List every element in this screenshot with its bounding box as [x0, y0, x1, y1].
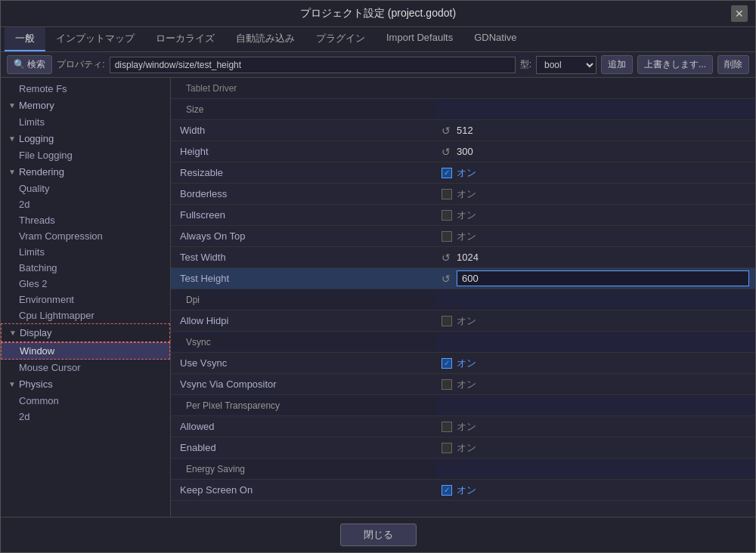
prop-value-always-on-top: オン	[435, 228, 755, 245]
type-label: 型:	[520, 58, 531, 71]
tab-general[interactable]: 一般	[5, 27, 45, 51]
section-value-vsync	[435, 341, 755, 344]
property-path-input[interactable]	[110, 57, 516, 73]
reset-icon-test-width[interactable]: ↺	[442, 252, 451, 264]
checkbox-fullscreen-box[interactable]	[442, 210, 452, 221]
prop-row-borderless: Borderless オン	[171, 184, 755, 205]
checkbox-resizable-box[interactable]	[442, 168, 452, 178]
reset-icon-height[interactable]: ↺	[442, 146, 451, 158]
sidebar-item-limits-2[interactable]: Limits	[1, 244, 170, 260]
sidebar-group-rendering[interactable]: ▼ Rendering	[1, 163, 170, 181]
close-window-button[interactable]: ✕	[731, 5, 748, 22]
delete-button[interactable]: 削除	[717, 55, 749, 74]
checkbox-use-vsync[interactable]: オン	[442, 357, 476, 370]
sidebar-item-2d-rendering[interactable]: 2d	[1, 196, 170, 212]
sidebar-item-file-logging[interactable]: File Logging	[1, 147, 170, 163]
prop-label-test-height: Test Height	[171, 270, 435, 287]
type-select[interactable]: bool int float String	[536, 56, 596, 74]
sidebar-item-quality[interactable]: Quality	[1, 181, 170, 196]
sidebar-group-logging[interactable]: ▼ Logging	[1, 130, 170, 147]
sidebar-group-physics[interactable]: ▼ Physics	[1, 375, 170, 393]
title-bar: プロジェクト設定 (project.godot) ✕	[1, 1, 755, 27]
section-label-vsync: Vsync	[171, 334, 435, 351]
sidebar-item-batching[interactable]: Batching	[1, 260, 170, 276]
tab-import-defaults[interactable]: Import Defaults	[376, 27, 463, 51]
tab-gdnative[interactable]: GDNative	[463, 27, 527, 51]
tab-localize[interactable]: ローカライズ	[145, 27, 225, 51]
sidebar-group-memory[interactable]: ▼ Memory	[1, 97, 170, 114]
test-height-input[interactable]	[457, 270, 749, 286]
checkbox-borderless[interactable]: オン	[442, 187, 476, 201]
checkbox-allowed-box[interactable]	[442, 422, 452, 432]
section-label-dpi: Dpi	[171, 292, 435, 308]
prop-row-allowed: Allowed オン	[171, 416, 755, 437]
property-label: プロパティ:	[57, 58, 104, 71]
prop-row-test-height: Test Height ↺	[171, 268, 755, 289]
prop-label-borderless: Borderless	[171, 185, 435, 202]
overwrite-button[interactable]: 上書きします...	[637, 55, 713, 74]
allowed-on-text: オン	[457, 420, 476, 434]
checkbox-enabled[interactable]: オン	[442, 441, 476, 455]
checkbox-vsync-compositor[interactable]: オン	[442, 378, 476, 391]
reset-icon-test-height[interactable]: ↺	[442, 273, 451, 285]
footer: 閉じる	[1, 517, 755, 552]
checkbox-always-on-top-box[interactable]	[442, 231, 452, 242]
sidebar-item-common[interactable]: Common	[1, 393, 170, 409]
fullscreen-on-text: オン	[457, 209, 476, 222]
checkbox-enabled-box[interactable]	[442, 443, 452, 453]
sidebar-item-vram-compression[interactable]: Vram Compression	[1, 228, 170, 244]
sidebar-item-mouse-cursor[interactable]: Mouse Cursor	[1, 360, 170, 375]
checkbox-allowed[interactable]: オン	[442, 420, 476, 434]
search-button[interactable]: 🔍 検索	[7, 55, 52, 74]
prop-label-test-width: Test Width	[171, 249, 435, 266]
sidebar-item-environment[interactable]: Environment	[1, 292, 170, 307]
checkbox-fullscreen[interactable]: オン	[442, 209, 476, 222]
sidebar-item-cpu-lightmapper[interactable]: Cpu Lightmapper	[1, 307, 170, 323]
sidebar-item-window[interactable]: Window	[1, 342, 170, 360]
checkbox-keep-screen-on[interactable]: オン	[442, 483, 476, 497]
prop-label-allowed: Allowed	[171, 418, 435, 435]
section-label-per-pixel: Per Pixel Transparency	[171, 397, 435, 414]
reset-icon-width[interactable]: ↺	[442, 125, 451, 137]
prop-label-always-on-top: Always On Top	[171, 227, 435, 245]
tab-plugins[interactable]: プラグイン	[305, 27, 376, 51]
checkbox-always-on-top[interactable]: オン	[442, 230, 476, 243]
checkbox-allow-hidpi[interactable]: オン	[442, 314, 476, 328]
prop-row-test-width: Test Width ↺ 1024	[171, 247, 755, 268]
tab-input-map[interactable]: インプットマップ	[45, 27, 145, 51]
prop-value-use-vsync: オン	[435, 355, 755, 372]
checkbox-vsync-compositor-box[interactable]	[442, 379, 452, 390]
sidebar-item-2d-physics[interactable]: 2d	[1, 409, 170, 425]
sidebar-section: Remote Fs ▼ Memory Limits ▼ Logging File…	[1, 78, 170, 428]
width-value: 512	[457, 125, 473, 136]
prop-label-allow-hidpi: Allow Hidpi	[171, 312, 435, 329]
prop-row-vsync-compositor: Vsync Via Compositor オン	[171, 374, 755, 395]
prop-label-use-vsync: Use Vsync	[171, 354, 435, 372]
checkbox-allow-hidpi-box[interactable]	[442, 316, 452, 326]
sidebar-item-threads[interactable]: Threads	[1, 212, 170, 228]
checkbox-keep-screen-on-box[interactable]	[442, 485, 452, 496]
close-dialog-button[interactable]: 閉じる	[340, 524, 417, 546]
enabled-on-text: オン	[457, 441, 476, 455]
tab-autoload[interactable]: 自動読み込み	[225, 27, 305, 51]
prop-value-vsync-compositor: オン	[435, 376, 755, 393]
height-value: 300	[457, 146, 473, 157]
sidebar-item-remote-fs[interactable]: Remote Fs	[1, 81, 170, 97]
prop-label-vsync-compositor: Vsync Via Compositor	[171, 375, 435, 393]
prop-value-fullscreen: オン	[435, 207, 755, 224]
prop-row-enabled: Enabled オン	[171, 437, 755, 459]
section-vsync: Vsync	[171, 332, 755, 353]
sidebar-item-limits-1[interactable]: Limits	[1, 114, 170, 130]
add-button[interactable]: 追加	[601, 55, 633, 74]
prop-value-resizable: オン	[435, 165, 755, 181]
section-value-size	[435, 108, 755, 111]
toolbar: 🔍 検索 プロパティ: 型: bool int float String 追加 …	[1, 52, 755, 78]
checkbox-use-vsync-box[interactable]	[442, 358, 452, 369]
sidebar-item-gles2[interactable]: Gles 2	[1, 276, 170, 292]
sidebar-group-display[interactable]: ▼ Display	[1, 323, 170, 342]
checkbox-borderless-box[interactable]	[442, 189, 452, 199]
triangle-icon-5: ▼	[8, 380, 16, 388]
checkbox-resizable[interactable]: オン	[442, 166, 476, 180]
prop-value-width: ↺ 512	[435, 123, 755, 138]
section-value-tablet-driver	[435, 87, 755, 90]
